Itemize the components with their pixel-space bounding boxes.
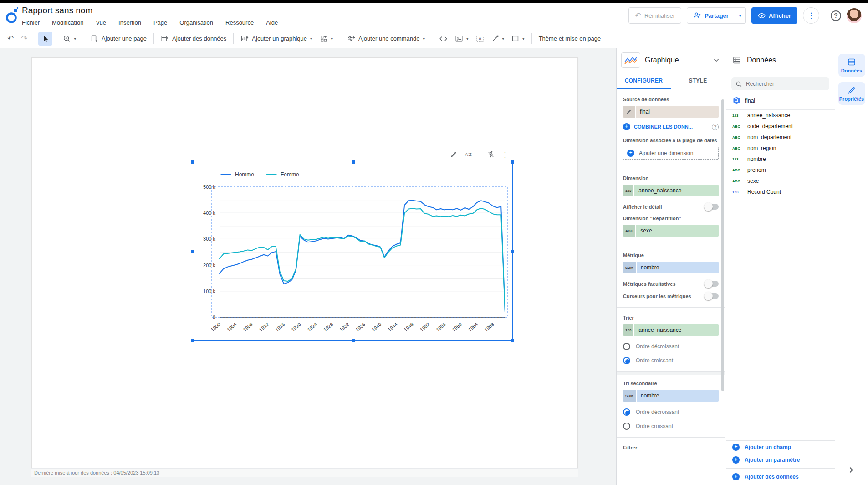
search-input[interactable]	[746, 81, 814, 87]
add-data-link[interactable]: + Ajouter des données	[726, 469, 835, 483]
resize-handle-e[interactable]	[511, 250, 514, 253]
add-dimension-dropzone[interactable]: + Ajouter une dimension	[623, 147, 719, 160]
menu-ressource[interactable]: Ressource	[225, 19, 254, 26]
secondary-sort-desc-option[interactable]: Ordre décroissant	[623, 408, 719, 416]
dimension-label: Dimension	[623, 175, 719, 181]
help-circle-icon[interactable]: ?	[712, 124, 719, 130]
svg-text:1936: 1936	[354, 321, 366, 332]
view-button[interactable]: Afficher	[751, 7, 797, 24]
resize-handle-s[interactable]	[352, 339, 355, 342]
embed-url-button[interactable]	[435, 32, 451, 46]
field-code-departement[interactable]: ABCcode_departement	[726, 121, 835, 132]
pencil-icon[interactable]	[623, 106, 636, 118]
legend-swatch-femme	[266, 174, 277, 175]
secondary-sort-chip[interactable]: SUM nombre	[623, 390, 719, 402]
filter-label: Filtrer	[623, 445, 719, 450]
data-freshness-bar: Dernière mise à jour des données : 04/05…	[31, 468, 578, 477]
avatar[interactable]	[847, 8, 862, 23]
undo-button[interactable]: ↶	[4, 32, 17, 46]
blend-data-link[interactable]: + COMBINER LES DONN... ?	[623, 123, 719, 130]
help-button[interactable]: ?	[831, 10, 841, 21]
theme-layout-button[interactable]: Thème et mise en page	[535, 32, 605, 46]
community-viz-button[interactable]: ▾	[316, 32, 337, 46]
share-button[interactable]: Partager	[687, 7, 735, 24]
menu-modification[interactable]: Modification	[52, 19, 83, 26]
looker-studio-logo	[5, 6, 20, 25]
sort-field-chip[interactable]: 123 annee_naissance	[623, 324, 719, 336]
field-search[interactable]	[731, 77, 829, 90]
quick-actions-off-icon[interactable]	[487, 151, 495, 158]
field-sexe[interactable]: ABCsexe	[726, 175, 835, 186]
selected-line-chart[interactable]: A Z ⋮ 0100 k200 k300 k400 k500 k19001904…	[193, 162, 513, 341]
resize-handle-n[interactable]	[352, 160, 355, 164]
radio-off-icon	[623, 343, 630, 350]
add-data-button[interactable]: Ajouter des données	[157, 32, 230, 46]
menu-page[interactable]: Page	[153, 19, 167, 26]
shape-tool-button[interactable]: ▾	[508, 32, 528, 46]
line-chart-type-icon[interactable]	[621, 52, 640, 68]
add-control-button[interactable]: Ajouter une commande ▾	[343, 32, 429, 46]
field-annee-naissance[interactable]: 123annee_naissance	[726, 110, 835, 121]
optional-metrics-toggle[interactable]	[705, 281, 719, 287]
add-field-link[interactable]: + Ajouter un champ	[726, 441, 835, 454]
sort-az-icon[interactable]: A Z	[464, 151, 473, 158]
line-icon	[491, 35, 499, 42]
field-nom-region[interactable]: ABCnom_region	[726, 143, 835, 154]
tab-configurer[interactable]: CONFIGURER	[617, 72, 671, 89]
field-nom-departement[interactable]: ABCnom_departement	[726, 132, 835, 143]
legend-item-homme[interactable]: Homme	[220, 171, 254, 178]
legend-item-femme[interactable]: Femme	[266, 171, 299, 178]
report-title[interactable]: Rapport sans nom	[22, 5, 92, 15]
menu-aide[interactable]: Aide	[266, 19, 278, 26]
sort-asc-option[interactable]: Ordre croissant	[623, 357, 719, 364]
reset-button[interactable]: ↶ Réinitialiser	[628, 7, 681, 24]
secondary-sort-asc-option[interactable]: Ordre croissant	[623, 423, 719, 430]
add-page-button[interactable]: Ajouter une page	[87, 32, 150, 46]
menu-insertion[interactable]: Insertion	[118, 19, 141, 26]
rail-data-button[interactable]: Données	[838, 54, 865, 77]
chart-more-icon[interactable]: ⋮	[501, 150, 509, 159]
add-parameter-link[interactable]: + Ajouter un paramètre	[726, 454, 835, 466]
data-source-chip[interactable]: final	[623, 106, 719, 118]
edit-pencil-icon[interactable]	[450, 151, 457, 158]
select-tool[interactable]	[38, 32, 52, 46]
breakdown-chip[interactable]: ABC sexe	[623, 225, 719, 237]
zoom-tool[interactable]: ▾	[59, 32, 80, 46]
data-icon	[847, 57, 856, 67]
add-chart-caret-icon: ▾	[310, 36, 312, 41]
add-chart-button[interactable]: Ajouter un graphique ▾	[237, 32, 316, 46]
menu-vue[interactable]: Vue	[96, 19, 106, 26]
drill-down-toggle[interactable]	[705, 204, 719, 210]
community-viz-icon	[320, 35, 328, 43]
menu-organisation[interactable]: Organisation	[179, 19, 213, 26]
field-nombre[interactable]: 123nombre	[726, 154, 835, 165]
text-box-button[interactable]: A	[472, 32, 488, 46]
resize-handle-nw[interactable]	[191, 160, 194, 164]
tab-style[interactable]: STYLE	[671, 72, 725, 89]
chevron-down-icon[interactable]	[712, 56, 720, 64]
resize-handle-w[interactable]	[191, 250, 194, 253]
redo-button[interactable]: ↷	[17, 32, 31, 46]
share-button-group: Partager ▾	[687, 7, 746, 24]
data-source-row[interactable]: final	[726, 90, 835, 110]
field-prenom[interactable]: ABCprenom	[726, 165, 835, 175]
metric-chip[interactable]: SUM nombre	[623, 262, 719, 273]
field-record-count[interactable]: 123Record Count	[726, 186, 835, 197]
line-tool-button[interactable]: ▾	[488, 32, 508, 46]
share-dropdown-caret[interactable]: ▾	[735, 7, 746, 24]
resize-handle-se[interactable]	[511, 339, 514, 342]
config-scrollbar[interactable]	[721, 99, 724, 391]
resize-handle-ne[interactable]	[511, 160, 514, 164]
rail-properties-button[interactable]: Propriétés	[838, 82, 865, 105]
dimension-chip[interactable]: 123 annee_naissance	[623, 185, 719, 196]
collapse-panel-chevron-icon[interactable]	[846, 465, 856, 475]
report-canvas[interactable]: A Z ⋮ 0100 k200 k300 k400 k500 k19001904…	[0, 48, 616, 485]
sort-desc-option[interactable]: Ordre décroissant	[623, 343, 719, 350]
menu-fichier[interactable]: Fichier	[22, 19, 40, 26]
resize-handle-sw[interactable]	[191, 339, 194, 342]
drill-down-row: Afficher le détail	[623, 204, 719, 210]
svg-text:1964: 1964	[467, 321, 479, 332]
insert-image-button[interactable]: ▾	[451, 32, 472, 46]
metric-sliders-toggle[interactable]	[705, 293, 719, 299]
more-options-button[interactable]: ⋮	[803, 7, 819, 24]
